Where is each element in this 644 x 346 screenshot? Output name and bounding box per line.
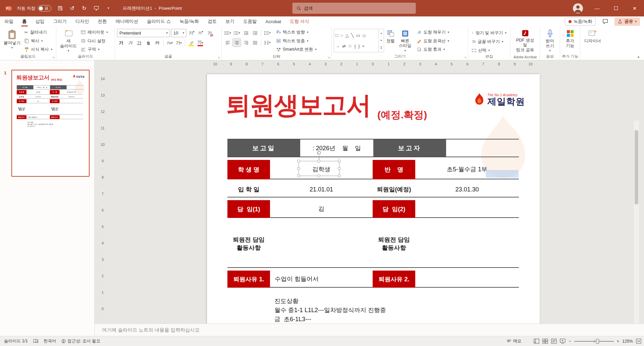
progress-status-textbox[interactable]: 진도상황 월수 중1-1 L1L2---일차방정식까지 진행중 금 초6-1L3… [227, 290, 519, 324]
student-name-textbox[interactable]: 김학생 [26, 90, 50, 94]
teacher1-value[interactable]: 김 [270, 200, 373, 218]
bold-button[interactable]: 가 [117, 39, 125, 47]
find-replace-button[interactable]: 찾기 및 바꾸기▾ [470, 29, 508, 37]
autosave-toggle[interactable]: 자동 저장 끔 [17, 5, 51, 11]
reporter-value[interactable] [67, 85, 84, 89]
search-box[interactable]: 검색 [292, 3, 416, 14]
accessibility-checker[interactable]: 접근성: 조사 필요 [61, 338, 100, 344]
resize-handle[interactable] [297, 174, 300, 177]
tab-shape-format[interactable]: 도형 서식 [285, 16, 314, 26]
withdrawal-date-label[interactable]: 퇴원일(예정) [373, 182, 415, 197]
reason1-value[interactable]: 수업이 힘들어서 [270, 271, 373, 288]
format-painter-button[interactable]: 서식 복사▾ [23, 45, 54, 54]
slide-title-text[interactable]: 퇴원생보고서 [226, 89, 371, 122]
tab-animations[interactable]: 애니메이션 [111, 16, 143, 26]
tab-slideshow[interactable]: 슬라이드 쇼 [143, 16, 175, 26]
zoom-slider-thumb[interactable] [596, 339, 599, 344]
tab-help[interactable]: 도움말 [239, 16, 261, 26]
teacher1-label[interactable]: 담 임(1) [227, 200, 270, 218]
decr​ease-font-button[interactable]: 가▾ [197, 29, 205, 37]
resize-handle[interactable] [338, 174, 341, 177]
redo-button[interactable]: ↻ [79, 3, 90, 14]
shape-icon[interactable]: ☆ [348, 44, 352, 49]
teacher2-label[interactable]: 담 임(2) [50, 99, 60, 103]
powerpoint-app-icon[interactable]: P [3, 3, 13, 13]
teacher2-label[interactable]: 담 임(2) [373, 200, 415, 218]
gallery-up-icon[interactable]: ▴ [380, 32, 382, 35]
select-button[interactable]: 선택▾ [470, 46, 508, 55]
report-date-value[interactable]: : 2026년 월 일 [33, 85, 50, 89]
admission-date-label[interactable]: 입 학 일 [17, 95, 26, 98]
highlight-color-button[interactable] [187, 39, 195, 47]
shape-icon[interactable]: ╲ [351, 33, 354, 38]
teacher2-value[interactable] [60, 99, 83, 103]
layout-button[interactable]: 레이아웃▾ [79, 28, 110, 37]
academy-logo[interactable]: The No.1 Academy 제일학원 [474, 93, 525, 107]
bullets-button[interactable]: ▾ [224, 29, 232, 37]
activity1-value[interactable] [270, 220, 373, 267]
tab-acrobat[interactable]: Acrobat [261, 16, 286, 26]
slide-subtitle-text[interactable]: (예정.확정) [377, 108, 427, 122]
withdrawal-date-label[interactable]: 퇴원일(예정) [50, 95, 60, 98]
comments-button[interactable] [600, 16, 610, 27]
dialog-launcher-icon[interactable]: ↘ [464, 56, 467, 59]
slide-title-text[interactable]: 퇴원생보고서 [16, 74, 49, 81]
gallery-down-icon[interactable]: ▾ [380, 39, 382, 42]
convert-to-smartart-button[interactable]: SmartArt로 변환▾ [275, 45, 318, 54]
admission-date-label[interactable]: 입 학 일 [227, 182, 270, 197]
tab-record[interactable]: 녹음/녹화 [175, 16, 203, 26]
quick-access-caret[interactable]: ▾ [103, 3, 114, 14]
shapes-gallery[interactable]: □○△╲▭◇ →⇄☆{}≈ ▴ ▾ ▾ [334, 29, 384, 52]
reason1-label[interactable]: 퇴원사유 1. [17, 115, 26, 119]
teacher1-label[interactable]: 담 임(1) [17, 99, 26, 103]
tab-file[interactable]: 파일 [0, 16, 18, 26]
zoom-in-button[interactable]: + [617, 339, 619, 344]
text-direction-button[interactable]: 텍스트 방향▾ [275, 28, 318, 37]
shape-fill-button[interactable]: 도형 채우기▾ [415, 28, 451, 37]
font-name-combo[interactable]: Pretendard▾ [117, 29, 170, 37]
reporter-header[interactable]: 보고자 [50, 85, 67, 89]
reporter-value[interactable] [446, 139, 519, 157]
shape-icon[interactable]: □ [335, 33, 338, 38]
resize-handle[interactable] [297, 167, 300, 170]
replace-fonts-button[interactable]: 가 글꼴 바꾸기▾ [470, 38, 508, 46]
report-date-value[interactable]: : 2026년 월 일 [300, 139, 373, 157]
record-button[interactable]: 녹음/녹화 [565, 17, 596, 25]
shape-icon[interactable]: ≈ [362, 44, 364, 49]
save-button[interactable] [55, 3, 65, 14]
increase-indent-button[interactable] [251, 29, 259, 37]
student-name-label[interactable]: 학 생 명 [17, 90, 26, 94]
share-button[interactable]: 공유 ▾ [614, 17, 640, 26]
justify-button[interactable] [251, 39, 259, 47]
create-pdf-button[interactable]: PDF 생성 및 링크 공유 [513, 28, 538, 54]
tab-insert[interactable]: 삽입 [31, 16, 49, 26]
tab-view[interactable]: 보기 [221, 16, 239, 26]
shape-icon[interactable]: ▭ [356, 33, 360, 38]
dialog-launcher-icon[interactable]: ↘ [327, 56, 330, 59]
withdrawal-date-value[interactable]: 23.01.30 [60, 95, 83, 98]
zoom-out-button[interactable]: − [569, 339, 571, 344]
collapse-ribbon-icon[interactable]: ▾ [638, 55, 639, 59]
notes-toggle-button[interactable]: 메모 [507, 338, 521, 344]
class-label[interactable]: 반 명 [373, 160, 415, 179]
rotate-handle[interactable] [316, 150, 322, 157]
language-indicator[interactable]: 한국어 [44, 338, 56, 344]
resize-handle[interactable] [338, 160, 341, 163]
dialog-launcher-icon[interactable]: ↘ [52, 56, 55, 59]
italic-button[interactable]: 가 [126, 39, 134, 47]
notes-pane[interactable]: 여기에 슬라이드 노트의 내용을 입력하십시오 [95, 324, 644, 336]
shape-icon[interactable]: } [358, 44, 360, 49]
reset-button[interactable]: 다시 설정 [79, 37, 110, 45]
columns-button[interactable]: ▾ [263, 39, 271, 47]
increase-font-button[interactable]: 가▴ [187, 29, 196, 37]
vertical-scrollbar[interactable]: ▲ ▼ [634, 121, 639, 324]
shape-icon[interactable]: ⇄ [342, 44, 346, 49]
shape-icon[interactable]: → [335, 44, 340, 49]
text-shadow-button[interactable]: S [144, 39, 152, 47]
class-label[interactable]: 반 명 [50, 90, 60, 94]
new-slide-button[interactable]: 새 슬라이드 ▾ [58, 28, 78, 54]
slide-canvas[interactable]: 퇴원생보고서 (예정.확정) The No.1 Academy 제일학원 보고일… [207, 74, 539, 324]
maximize-button[interactable] [606, 0, 625, 16]
report-date-header[interactable]: 보고일 [17, 85, 34, 89]
minimize-button[interactable]: — [588, 0, 606, 16]
